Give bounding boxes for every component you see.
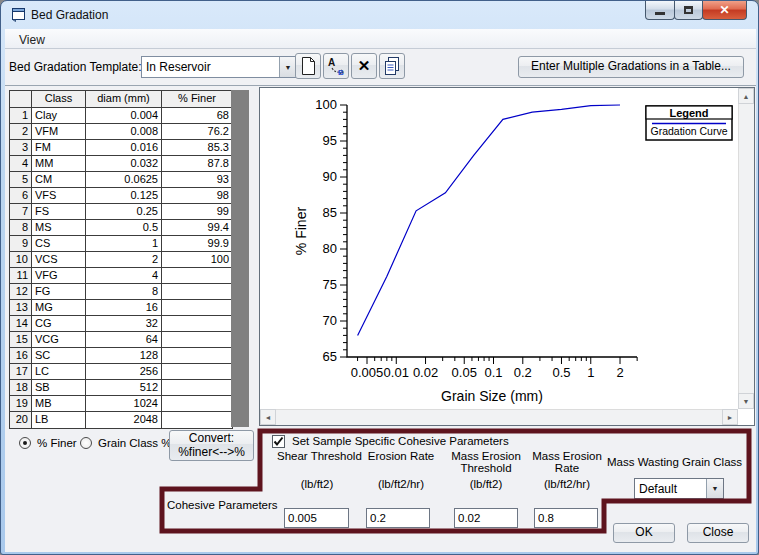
- cohesive-checkbox[interactable]: [272, 435, 285, 448]
- table-cell[interactable]: 2048: [86, 412, 162, 428]
- close-button[interactable]: ✕: [702, 1, 747, 20]
- radio-grain-class[interactable]: [80, 437, 92, 449]
- table-cell[interactable]: [162, 332, 232, 348]
- table-cell[interactable]: 98: [162, 188, 232, 204]
- svg-text:0.01: 0.01: [384, 365, 409, 380]
- table-row: 3FM0.01685.3: [10, 140, 232, 156]
- mass-erosion-threshold-input[interactable]: [454, 508, 518, 528]
- table-cell[interactable]: 32: [86, 316, 162, 332]
- chart-vertical-scrollbar[interactable]: ▲ ▼: [738, 88, 754, 409]
- table-cell[interactable]: 99: [162, 204, 232, 220]
- table-cell[interactable]: 85.3: [162, 140, 232, 156]
- cohesive-checkbox-label[interactable]: Set Sample Specific Cohesive Parameters: [292, 435, 509, 447]
- table-cell[interactable]: 128: [86, 348, 162, 364]
- delete-gradation-button[interactable]: ✕: [351, 53, 377, 79]
- svg-text:65: 65: [323, 349, 337, 364]
- table-cell[interactable]: FS: [32, 204, 86, 220]
- table-cell[interactable]: CG: [32, 316, 86, 332]
- table-cell[interactable]: 64: [86, 332, 162, 348]
- table-cell[interactable]: 99.9: [162, 236, 232, 252]
- rename-gradation-button[interactable]: A B: [323, 53, 349, 79]
- table-cell[interactable]: [162, 380, 232, 396]
- table-cell[interactable]: 0.008: [86, 124, 162, 140]
- table-cell[interactable]: 0.016: [86, 140, 162, 156]
- scroll-left-icon[interactable]: ◄: [260, 409, 276, 425]
- table-cell[interactable]: 93: [162, 172, 232, 188]
- table-cell[interactable]: 68: [162, 108, 232, 124]
- table-cell[interactable]: MM: [32, 156, 86, 172]
- table-cell[interactable]: 0.25: [86, 204, 162, 220]
- table-cell[interactable]: MG: [32, 300, 86, 316]
- enter-multiple-gradations-button[interactable]: Enter Multiple Gradations in a Table...: [518, 56, 744, 78]
- table-cell[interactable]: [162, 396, 232, 412]
- scroll-up-icon[interactable]: ▲: [738, 88, 754, 104]
- table-cell[interactable]: 76.2: [162, 124, 232, 140]
- table-cell[interactable]: MB: [32, 396, 86, 412]
- chevron-down-icon[interactable]: ▼: [279, 57, 296, 77]
- table-cell[interactable]: SC: [32, 348, 86, 364]
- table-cell[interactable]: 2: [86, 252, 162, 268]
- svg-text:70: 70: [323, 313, 337, 328]
- table-cell[interactable]: 256: [86, 364, 162, 380]
- table-cell[interactable]: [162, 348, 232, 364]
- table-cell[interactable]: 0.032: [86, 156, 162, 172]
- table-cell[interactable]: MS: [32, 220, 86, 236]
- table-cell[interactable]: 0.004: [86, 108, 162, 124]
- mass-erosion-rate-input[interactable]: [534, 508, 598, 528]
- maximize-button[interactable]: [674, 1, 703, 20]
- mass-wasting-dropdown[interactable]: Default ▼: [634, 478, 724, 499]
- table-cell[interactable]: [162, 284, 232, 300]
- table-cell[interactable]: VFS: [32, 188, 86, 204]
- minimize-button[interactable]: [645, 1, 675, 20]
- table-row: 11VFG4: [10, 268, 232, 284]
- scroll-right-icon[interactable]: ►: [722, 409, 738, 425]
- convert-button[interactable]: Convert: %finer<-->%: [169, 430, 254, 461]
- table-cell[interactable]: LC: [32, 364, 86, 380]
- table-cell[interactable]: 1024: [86, 396, 162, 412]
- table-cell[interactable]: 4: [86, 268, 162, 284]
- new-gradation-button[interactable]: [295, 53, 321, 79]
- table-cell[interactable]: Clay: [32, 108, 86, 124]
- table-cell[interactable]: SB: [32, 380, 86, 396]
- table-cell[interactable]: 87.8: [162, 156, 232, 172]
- scroll-down-icon[interactable]: ▼: [738, 393, 754, 409]
- ok-button[interactable]: OK: [613, 523, 675, 543]
- table-cell[interactable]: 0.5: [86, 220, 162, 236]
- table-cell[interactable]: VCS: [32, 252, 86, 268]
- radio-percent-finer-label[interactable]: % Finer: [37, 437, 77, 449]
- table-cell[interactable]: FM: [32, 140, 86, 156]
- table-cell[interactable]: FG: [32, 284, 86, 300]
- table-cell[interactable]: 100: [162, 252, 232, 268]
- chart-horizontal-scrollbar[interactable]: ◄ ►: [260, 409, 738, 425]
- svg-text:0.5: 0.5: [552, 365, 570, 380]
- table-cell[interactable]: 0.0625: [86, 172, 162, 188]
- chevron-down-icon[interactable]: ▼: [706, 479, 723, 498]
- table-cell[interactable]: 0.125: [86, 188, 162, 204]
- template-combobox[interactable]: In Reservoir ▼: [141, 56, 297, 78]
- menu-view[interactable]: View: [15, 32, 49, 48]
- table-cell[interactable]: 8: [86, 284, 162, 300]
- close-button-dialog[interactable]: Close: [687, 523, 749, 543]
- copy-gradation-button[interactable]: [379, 53, 405, 79]
- table-cell[interactable]: [162, 268, 232, 284]
- table-cell[interactable]: 16: [86, 300, 162, 316]
- radio-percent-finer[interactable]: [19, 437, 31, 449]
- table-cell[interactable]: 512: [86, 380, 162, 396]
- table-cell[interactable]: 1: [86, 236, 162, 252]
- table-cell[interactable]: CM: [32, 172, 86, 188]
- table-cell[interactable]: [162, 300, 232, 316]
- erosion-rate-input[interactable]: [366, 508, 430, 528]
- table-cell[interactable]: [162, 364, 232, 380]
- table-cell[interactable]: CS: [32, 236, 86, 252]
- table-cell[interactable]: VCG: [32, 332, 86, 348]
- radio-grain-class-label[interactable]: Grain Class %: [98, 437, 172, 449]
- table-cell[interactable]: VFG: [32, 268, 86, 284]
- table-row: 7FS0.2599: [10, 204, 232, 220]
- table-cell[interactable]: 99.4: [162, 220, 232, 236]
- table-cell[interactable]: LB: [32, 412, 86, 428]
- titlebar[interactable]: Bed Gradation ✕: [1, 1, 758, 29]
- table-cell[interactable]: [162, 316, 232, 332]
- shear-threshold-input[interactable]: [284, 508, 349, 528]
- table-cell[interactable]: [162, 412, 232, 428]
- table-cell[interactable]: VFM: [32, 124, 86, 140]
